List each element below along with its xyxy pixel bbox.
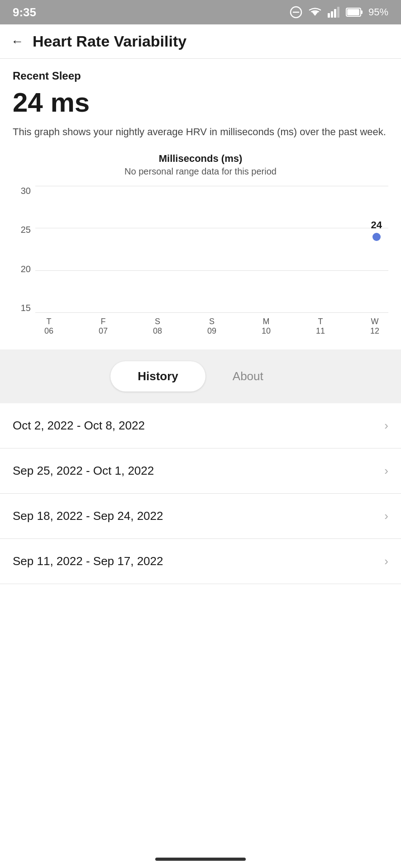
y-label-20: 20 (13, 264, 31, 274)
x-day-5: T (318, 317, 323, 326)
history-item-text-3: Sep 11, 2022 - Sep 17, 2022 (13, 554, 163, 568)
chevron-icon-3: › (384, 554, 388, 568)
status-time: 9:35 (13, 5, 36, 19)
main-content: Recent Sleep 24 ms This graph shows your… (0, 59, 401, 345)
grid-line-15 (35, 312, 388, 313)
x-label-t11: T 11 (307, 317, 334, 336)
svg-rect-9 (361, 10, 363, 14)
svg-rect-4 (331, 11, 333, 18)
status-bar: 9:35 95% (0, 0, 401, 24)
history-item-2[interactable]: Sep 18, 2022 - Sep 24, 2022 › (0, 494, 401, 539)
battery-percentage: 95% (368, 6, 388, 18)
x-day-4: M (263, 317, 270, 326)
svg-marker-2 (311, 11, 319, 16)
data-point-value: 24 (371, 219, 382, 231)
x-day-1: F (101, 317, 106, 326)
x-label-s08: S 08 (144, 317, 171, 336)
x-date-6: 12 (370, 326, 379, 336)
history-item-text-2: Sep 18, 2022 - Sep 24, 2022 (13, 509, 163, 523)
chart-y-axis: 30 25 20 15 (13, 186, 31, 336)
x-day-0: T (47, 317, 52, 326)
x-day-3: S (209, 317, 215, 326)
chart-title: Milliseconds (ms) (13, 153, 388, 165)
history-list: Oct 2, 2022 - Oct 8, 2022 › Sep 25, 2022… (0, 403, 401, 584)
history-item-text-0: Oct 2, 2022 - Oct 8, 2022 (13, 419, 145, 433)
history-item-3[interactable]: Sep 11, 2022 - Sep 17, 2022 › (0, 539, 401, 584)
home-bar (155, 858, 246, 861)
grid-line-20 (35, 270, 388, 271)
hrv-value: 24 ms (13, 87, 388, 118)
hrv-description: This graph shows your nightly average HR… (13, 124, 388, 139)
home-indicator (0, 850, 401, 868)
tabs-container: History About (0, 349, 401, 403)
battery-icon (346, 7, 363, 17)
x-day-6: W (371, 317, 379, 326)
svg-rect-8 (347, 9, 359, 15)
history-item-text-1: Sep 25, 2022 - Oct 1, 2022 (13, 464, 154, 478)
status-icons: 95% (290, 6, 388, 19)
data-point-dot (372, 233, 381, 241)
y-label-30: 30 (13, 186, 31, 196)
grid-line-30 (35, 186, 388, 186)
x-date-3: 09 (207, 326, 216, 336)
tab-about[interactable]: About (205, 361, 291, 392)
wifi-icon (308, 7, 322, 18)
back-button[interactable]: ← (11, 34, 24, 49)
chart-grid: 24 (35, 186, 388, 312)
chevron-icon-1: › (384, 464, 388, 478)
x-label-s09: S 09 (198, 317, 225, 336)
y-label-25: 25 (13, 225, 31, 235)
page-title: Heart Rate Variability (33, 33, 186, 50)
x-label-f07: F 07 (90, 317, 117, 336)
tabs: History About (108, 359, 293, 394)
chart-plot: 24 T 06 F 07 S 08 (35, 186, 388, 336)
x-label-m10: M 10 (253, 317, 280, 336)
chart-x-axis: T 06 F 07 S 08 S 09 (35, 312, 388, 336)
header: ← Heart Rate Variability (0, 24, 401, 59)
x-date-0: 06 (44, 326, 53, 336)
signal-icon (328, 7, 340, 18)
chevron-icon-2: › (384, 509, 388, 523)
history-item-0[interactable]: Oct 2, 2022 - Oct 8, 2022 › (0, 403, 401, 448)
recent-sleep-label: Recent Sleep (13, 70, 388, 82)
svg-rect-6 (337, 7, 339, 18)
do-not-disturb-icon (290, 6, 302, 19)
data-point-w12: 24 (371, 219, 382, 241)
x-date-5: 11 (316, 326, 325, 336)
hrv-chart: Milliseconds (ms) No personal range data… (13, 153, 388, 345)
tab-history[interactable]: History (110, 361, 205, 392)
history-item-1[interactable]: Sep 25, 2022 - Oct 1, 2022 › (0, 448, 401, 494)
chart-subtitle: No personal range data for this period (13, 166, 388, 177)
x-date-2: 08 (153, 326, 162, 336)
svg-rect-3 (328, 13, 330, 18)
x-date-4: 10 (262, 326, 271, 336)
x-day-2: S (155, 317, 160, 326)
x-date-1: 07 (99, 326, 108, 336)
chevron-icon-0: › (384, 419, 388, 433)
svg-rect-5 (334, 9, 336, 18)
x-label-w12: W 12 (361, 317, 388, 336)
x-label-t06: T 06 (35, 317, 62, 336)
y-label-15: 15 (13, 303, 31, 313)
chart-body: 30 25 20 15 24 (13, 186, 388, 336)
grid-line-25 (35, 228, 388, 228)
